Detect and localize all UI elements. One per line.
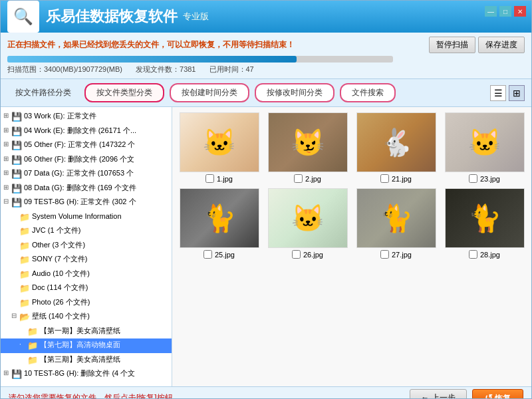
tab-search[interactable]: 文件搜索 — [340, 83, 396, 102]
expand-icon: ⊞ — [3, 154, 11, 164]
file-checkbox[interactable] — [469, 174, 477, 183]
drive-icon: 💾 — [11, 154, 22, 167]
thumb-placeholder: 🐱 — [269, 189, 347, 247]
drive-icon: 💾 — [11, 110, 22, 124]
file-grid: 🐱 1.jpg 😼 2.jpg — [178, 112, 526, 259]
restore-button[interactable]: ↺ 恢复 — [472, 389, 523, 400]
tree-item[interactable]: · 📁 System Volume Information — [1, 210, 172, 225]
thumb-placeholder: 😼 — [269, 113, 347, 172]
tree-item-label: 【第三期】美女高清壁纸 — [40, 354, 166, 365]
file-grid-area: 🐱 1.jpg 😼 2.jpg — [172, 107, 531, 386]
tree-item-label: 03 Work (E): 正常文件 — [24, 110, 150, 122]
scan-range: 扫描范围：3400(MB)/1907729(MB) — [7, 65, 122, 74]
file-check-row: 25.jpg — [203, 250, 235, 259]
expand-icon: · — [19, 339, 27, 349]
tree-item-label: 05 Other (F): 正常文件 (147322 个 — [24, 139, 150, 150]
tree-item[interactable]: · 📁 Other (3 个文件) — [1, 239, 172, 253]
app-title: 乐易佳数据恢复软件 — [46, 7, 178, 27]
folder-icon: 📁 — [19, 297, 30, 310]
tree-item[interactable]: · 📁 Doc (114 个文件) — [1, 281, 172, 296]
expand-icon: · — [11, 253, 19, 263]
file-checkbox[interactable] — [292, 250, 301, 259]
file-item: 🐈 28.jpg — [443, 188, 526, 259]
tab-create-time[interactable]: 按创建时间分类 — [170, 83, 249, 102]
close-button[interactable]: ✕ — [514, 6, 526, 17]
file-name: 28.jpg — [480, 251, 500, 259]
folder-icon: 📁 — [27, 354, 38, 367]
tree-item[interactable]: · 📁 JVC (1 个文件) — [1, 224, 172, 239]
file-name: 27.jpg — [392, 251, 412, 259]
tree-item-label: 04 Work (E): 删除文件 (26171 个... — [24, 125, 150, 136]
file-thumbnail[interactable]: 🐈 — [356, 188, 436, 248]
folder-icon: 📁 — [27, 339, 38, 352]
file-thumbnail[interactable]: 🐇 — [356, 112, 436, 172]
expand-icon: · — [11, 268, 19, 278]
file-checkbox[interactable] — [380, 250, 389, 259]
file-checkbox[interactable] — [203, 250, 212, 259]
tree-item[interactable]: · 📁 Photo (26 个文件) — [1, 296, 172, 311]
file-name: 1.jpg — [217, 175, 233, 183]
tree-item[interactable]: ⊟ 📂 壁纸 (140 个文件) — [1, 310, 172, 325]
tree-item[interactable]: ⊟ 💾 09 TEST-8G (H): 正常文件 (302 个 — [1, 196, 172, 210]
tree-item[interactable]: ⊞ 💾 07 Data (G): 正常文件 (107653 个 — [1, 167, 172, 182]
tab-path[interactable]: 按文件路径分类 — [7, 84, 79, 101]
tree-item-label: 09 TEST-8G (H): 正常文件 (302 个 — [24, 196, 150, 207]
expand-icon: ⊞ — [3, 139, 11, 149]
file-checkbox[interactable] — [380, 174, 389, 183]
app-logo: 🔍 — [7, 1, 39, 33]
expand-icon: · — [11, 239, 19, 249]
expand-icon: · — [11, 297, 19, 307]
thumb-placeholder: 🐈 — [357, 189, 436, 247]
file-thumbnail[interactable]: 🐱 — [180, 112, 259, 172]
tree-item-label: 10 TEST-8G (H): 删除文件 (4 个文 — [24, 368, 150, 379]
expand-icon: · — [11, 225, 19, 235]
titlebar: 🔍 乐易佳数据恢复软件 专业版 — □ ✕ — [1, 1, 531, 33]
file-checkbox[interactable] — [294, 174, 303, 183]
file-checkbox[interactable] — [205, 174, 214, 183]
file-item: 😼 2.jpg — [266, 112, 349, 183]
tree-item[interactable]: ⊞ 💾 04 Work (E): 删除文件 (26171 个... — [1, 124, 172, 139]
file-thumbnail[interactable]: 😼 — [268, 112, 348, 172]
file-thumbnail[interactable]: 🐈 — [445, 188, 525, 248]
tree-item-label: SONY (7 个文件) — [32, 253, 158, 265]
tree-item[interactable]: ⊞ 💾 08 Data (G): 删除文件 (169 个文件 — [1, 182, 172, 196]
tree-item[interactable]: · 📁 Audio (10 个文件) — [1, 267, 172, 282]
file-item: 🐱 1.jpg — [178, 112, 261, 183]
view-toggle: ☰ ⊞ — [490, 85, 525, 101]
tree-item[interactable]: · 📁 SONY (7 个文件) — [1, 253, 172, 267]
file-thumbnail[interactable]: 🐱 — [268, 188, 348, 248]
pause-scan-button[interactable]: 暂停扫描 — [429, 37, 475, 53]
file-tree[interactable]: ⊞ 💾 03 Work (E): 正常文件 ⊞ 💾 04 Work (E): 删… — [1, 107, 172, 386]
tree-item-label: JVC (1 个文件) — [32, 225, 158, 236]
file-checkbox[interactable] — [469, 250, 477, 259]
progress-bar-fill — [7, 56, 297, 63]
prev-button[interactable]: ← 上一步 — [410, 389, 466, 400]
tree-item[interactable]: ⊞ 💾 10 TEST-8G (H): 删除文件 (4 个文 — [1, 367, 172, 382]
tree-item-label: 壁纸 (140 个文件) — [32, 311, 158, 322]
app-subtitle: 专业版 — [183, 11, 209, 23]
tab-type[interactable]: 按文件类型分类 — [84, 83, 164, 102]
drive-icon: 💾 — [11, 196, 22, 209]
tree-item[interactable]: ⊞ 💾 05 Other (F): 正常文件 (147322 个 — [1, 138, 172, 153]
tree-item[interactable]: ⊞ 💾 03 Work (E): 正常文件 — [1, 110, 172, 124]
list-view-button[interactable]: ☰ — [490, 85, 506, 101]
folder-icon: 📁 — [19, 225, 30, 238]
tree-item[interactable]: · 📁 【第三期】美女高清壁纸 — [1, 353, 172, 368]
tree-item[interactable]: · 📁 【第一期】美女高清壁纸 — [1, 325, 172, 339]
tree-item-label: 08 Data (G): 删除文件 (169 个文件 — [24, 182, 150, 194]
scanbar: 正在扫描文件，如果已经找到您丢失的文件，可以立即恢复，不用等待扫描结束！ 暂停扫… — [1, 33, 531, 79]
grid-view-button[interactable]: ⊞ — [509, 85, 525, 101]
tree-item-label: System Volume Information — [32, 211, 158, 222]
file-thumbnail[interactable]: 🐱 — [445, 112, 525, 172]
minimize-button[interactable]: — — [485, 6, 497, 17]
save-progress-button[interactable]: 保存进度 — [478, 37, 525, 53]
maximize-button[interactable]: □ — [499, 6, 511, 17]
expand-icon: ⊞ — [3, 110, 11, 120]
file-thumbnail[interactable]: 🐈 — [180, 188, 259, 248]
thumb-placeholder: 🐈 — [446, 189, 524, 247]
tab-modify-time[interactable]: 按修改时间分类 — [255, 83, 334, 102]
drive-icon: 💾 — [11, 125, 22, 138]
tree-item[interactable]: ⊞ 💾 06 Other (F): 删除文件 (2096 个文 — [1, 153, 172, 168]
restore-hint: 请勾选您需要恢复的文件，然后点击[恢复]按钮。 — [9, 392, 181, 399]
tree-item-selected[interactable]: · 📁 【第七期】高清动物桌面 — [1, 338, 172, 353]
